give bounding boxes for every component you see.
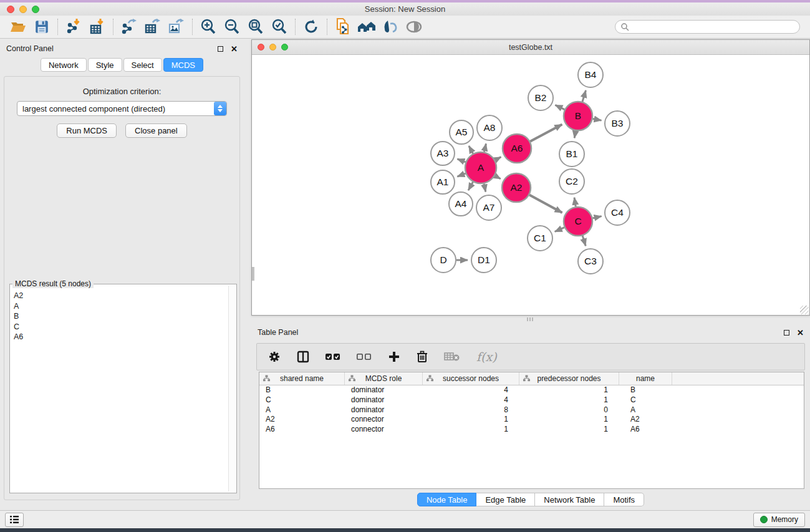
edge-A-A6[interactable] xyxy=(495,157,501,160)
gear-icon[interactable] xyxy=(268,351,281,363)
memory-label: Memory xyxy=(771,515,798,524)
cell-successor-nodes: 4 xyxy=(423,385,519,395)
select-stepper-icon xyxy=(214,102,226,115)
cell-MCDS-role: dominator xyxy=(345,395,423,405)
edge-A-A7[interactable] xyxy=(484,183,486,191)
delete-table-icon[interactable] xyxy=(444,352,460,362)
edge-B-B1[interactable] xyxy=(574,131,576,138)
close-panel-icon[interactable]: ✕ xyxy=(231,45,238,53)
column-header-name[interactable]: name xyxy=(619,372,672,385)
edge-A-A4[interactable] xyxy=(468,182,473,190)
float-panel-icon[interactable] xyxy=(218,46,223,52)
function-builder-icon[interactable]: f(x) xyxy=(476,350,497,364)
edge-A2-C[interactable] xyxy=(529,195,562,213)
graphics-details-icon[interactable] xyxy=(378,17,402,37)
table-row[interactable]: Adominator80A xyxy=(259,405,804,415)
table-row[interactable]: A2connector11A2 xyxy=(259,415,804,425)
tab-select[interactable]: Select xyxy=(123,58,162,72)
run-mcds-button[interactable]: Run MCDS xyxy=(57,123,117,138)
desktop-edge-bottom xyxy=(0,528,810,532)
close-panel-button[interactable]: Close panel xyxy=(125,123,187,138)
control-panel-tabs: NetworkStyleSelectMCDS xyxy=(0,58,244,72)
table-panel-tabs: Node TableEdge TableNetwork TableMotifs xyxy=(251,493,810,506)
save-session-icon[interactable] xyxy=(30,17,54,37)
column-header-MCDS-role[interactable]: MCDS role xyxy=(345,372,423,385)
edge-B-B4[interactable] xyxy=(582,90,586,102)
network-window-title: testGlobe.txt xyxy=(252,43,809,52)
edge-C-C4[interactable] xyxy=(592,216,601,218)
edge-A-A8[interactable] xyxy=(485,143,486,152)
edge-C-C2[interactable] xyxy=(574,198,576,207)
list-icon xyxy=(9,515,19,524)
result-item[interactable]: C xyxy=(14,322,228,332)
import-table-icon[interactable] xyxy=(85,17,109,37)
network-from-selection-icon[interactable] xyxy=(331,17,355,37)
columns-icon[interactable] xyxy=(297,351,309,363)
mcds-result-list[interactable]: A2ABCA6 xyxy=(11,289,228,491)
edge-A-A2[interactable] xyxy=(495,176,501,179)
edge-B-B3[interactable] xyxy=(593,118,602,120)
result-item[interactable]: A2 xyxy=(14,291,228,301)
import-network-icon[interactable] xyxy=(62,17,85,37)
export-table-icon[interactable] xyxy=(141,17,165,37)
search-field[interactable] xyxy=(615,20,800,34)
tab-network-table[interactable]: Network Table xyxy=(535,493,604,506)
edge-A-A3[interactable] xyxy=(457,159,465,162)
result-item[interactable]: A6 xyxy=(14,332,228,342)
node-label-B1: B1 xyxy=(566,148,578,159)
tab-style[interactable]: Style xyxy=(88,58,122,72)
cell-shared-name: B xyxy=(259,385,345,395)
table-row[interactable]: Cdominator41C xyxy=(259,395,804,405)
zoom-selected-icon[interactable] xyxy=(268,17,291,37)
resize-grip-icon[interactable] xyxy=(800,306,809,314)
unselect-all-columns-icon[interactable] xyxy=(357,352,372,361)
select-all-columns-icon[interactable] xyxy=(325,352,340,361)
float-table-panel-icon[interactable] xyxy=(784,330,789,336)
add-column-icon[interactable] xyxy=(388,351,400,363)
refresh-icon[interactable] xyxy=(299,17,323,37)
close-table-panel-icon[interactable]: ✕ xyxy=(797,329,804,337)
result-item[interactable]: B xyxy=(14,311,228,322)
tab-mcds[interactable]: MCDS xyxy=(163,58,203,72)
column-header-successor-nodes[interactable]: successor nodes xyxy=(423,372,519,385)
node-label-B4: B4 xyxy=(585,69,597,80)
control-panel-title: Control Panel xyxy=(6,44,54,53)
result-scrollbar[interactable] xyxy=(228,286,236,491)
bird-eye-view-icon[interactable] xyxy=(402,17,426,37)
cell-successor-nodes: 1 xyxy=(423,415,519,425)
zoom-out-icon[interactable] xyxy=(220,17,244,37)
export-image-icon[interactable] xyxy=(165,17,188,37)
edge-B-B2[interactable] xyxy=(555,105,564,109)
result-item[interactable]: A xyxy=(14,301,228,312)
column-header-predecessor-nodes[interactable]: predecessor nodes xyxy=(519,372,619,385)
memory-button[interactable]: Memory xyxy=(753,513,805,527)
table-row[interactable]: A6connector11A6 xyxy=(259,425,804,435)
network-view-window: testGlobe.txt B4B2BB3A5A8A6A3B1AA1C2A2A4… xyxy=(251,39,810,316)
delete-column-icon[interactable] xyxy=(417,351,428,363)
edge-C-C3[interactable] xyxy=(582,236,586,246)
tab-network[interactable]: Network xyxy=(41,58,87,72)
tab-motifs[interactable]: Motifs xyxy=(604,493,644,506)
network-graph[interactable]: B4B2BB3A5A8A6A3B1AA1C2A2A4A7C4CC1C3DD1 xyxy=(252,55,809,315)
edge-A-A1[interactable] xyxy=(457,173,465,177)
node-label-B: B xyxy=(575,110,581,121)
open-file-icon[interactable] xyxy=(6,17,30,37)
edge-C-C1[interactable] xyxy=(555,228,564,232)
toolbar-separator xyxy=(192,19,193,35)
zoom-fit-icon[interactable] xyxy=(244,17,268,37)
tab-node-table[interactable]: Node Table xyxy=(417,493,477,506)
task-history-button[interactable] xyxy=(5,513,24,527)
tab-edge-table[interactable]: Edge Table xyxy=(476,493,535,506)
apply-layout-icon[interactable] xyxy=(355,17,378,37)
cell-successor-nodes: 1 xyxy=(423,425,519,435)
search-input[interactable] xyxy=(629,22,794,31)
criterion-select[interactable]: largest connected component (directed) xyxy=(17,101,227,116)
splitter-handle[interactable] xyxy=(527,317,534,321)
edge-A6-B[interactable] xyxy=(530,125,562,142)
export-network-icon[interactable] xyxy=(117,17,141,37)
zoom-in-icon[interactable] xyxy=(196,17,220,37)
table-row[interactable]: Bdominator41B xyxy=(259,385,804,395)
edge-A-A5[interactable] xyxy=(469,146,473,153)
network-canvas[interactable]: B4B2BB3A5A8A6A3B1AA1C2A2A4A7C4CC1C3DD1 xyxy=(252,55,809,315)
column-header-shared-name[interactable]: shared name xyxy=(259,372,345,385)
